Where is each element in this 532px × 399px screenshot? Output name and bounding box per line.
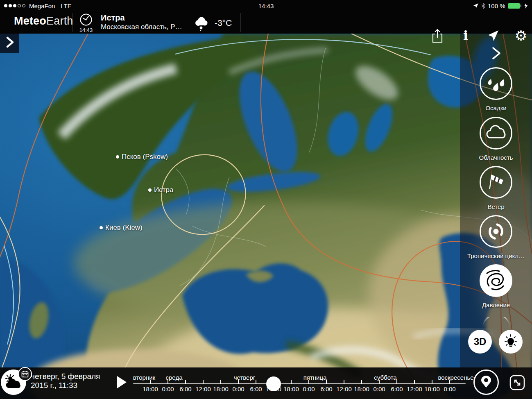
timeline-tick [414,380,415,384]
info-icon: i [463,29,468,42]
timeline-tick [344,380,344,384]
timeline-day-label: вторник [133,374,155,381]
current-temperature: -3°C [215,18,232,28]
play-button[interactable] [116,375,127,389]
isobars-icon [485,270,507,291]
cyclone-icon [485,221,507,242]
timeline-time-label: 0:00 [373,385,385,392]
timeline-tick [220,380,221,384]
location-services-icon [473,3,479,9]
layer-pressure-active[interactable]: Давление [460,264,532,308]
city-dot [116,155,119,159]
left-panel-toggle[interactable] [0,31,19,53]
city-name: Истра [154,186,173,194]
city-dot [148,188,152,192]
calendar-badge [18,367,32,381]
calendar-icon [21,371,29,378]
timeline-time-label: 6:00 [179,385,191,392]
date-line2: 2015 г., 11:33 [31,381,100,390]
timeline-tick [256,380,256,384]
locate-me-button[interactable] [485,27,501,44]
timeline-tick [203,380,204,384]
timeline-time-label: 18:00 [213,385,229,392]
timeline-tick [291,380,292,384]
layer-label: Ветер [460,203,532,210]
bluetooth-icon [481,3,485,9]
timeline-tick [361,380,362,384]
timeline-day-label: четверг [234,374,256,381]
timeline-time-label: 0:00 [303,385,315,392]
daynight-light-button[interactable] [499,330,523,354]
timeline-bar: четверг, 5 февраля 2015 г., 11:33 18:000… [0,367,532,399]
clock-icon [79,13,93,27]
chevron-right-icon [5,36,15,49]
city-dot [100,226,103,229]
layers-sidebar: Осадки Облачность Ветер [460,34,532,368]
view-3d-label: 3D [474,336,487,347]
city-marker: Киев (Kiew) [100,224,143,232]
layer-label: Давление [460,302,532,308]
header-divider [240,13,241,32]
timeline-handle[interactable] [266,376,281,391]
timeline-tick [185,380,186,384]
forecast-calendar-button[interactable] [1,370,26,395]
timeline-track[interactable] [133,383,466,384]
share-icon [430,27,444,44]
location-name: Истра [101,13,182,23]
layer-wind[interactable]: Ветер [460,166,532,210]
city-marker: Псков (Pskow) [116,153,168,161]
fullscreen-button[interactable] [509,374,526,391]
cloud-icon [485,122,507,144]
view-3d-button[interactable]: 3D [468,330,492,354]
timeline-time-label: 18:00 [283,385,299,392]
map-pin-icon [473,369,500,396]
navigation-arrow-icon [487,29,500,42]
satellite-map [0,34,532,399]
charging-bolt-icon [524,2,528,9]
snow-cloud-icon [192,14,211,32]
layer-label: Осадки [460,104,532,111]
timeline-time-label: 18:00 [143,385,158,392]
battery-percent: 100 % [488,2,505,9]
play-icon [116,375,127,389]
timeline-time-label: 0:00 [444,385,455,392]
layer-cloudiness[interactable]: Облачность [460,117,532,161]
timeline-time-label: 12:00 [407,385,422,392]
timeline-day-label: суббота [374,374,396,381]
current-datetime: четверг, 5 февраля 2015 г., 11:33 [31,372,100,390]
timeline-time-label: 0:00 [162,385,174,392]
raindrops-icon [485,73,507,94]
clock-time-label: 14:43 [77,27,95,33]
header-divider [72,13,73,32]
location-selector[interactable]: Истра Московская область, Р… [101,13,182,32]
app-logo: MeteoEarth [14,15,73,27]
forecast-clock: 14:43 [77,13,95,33]
status-time: 14:43 [0,2,532,9]
chevron-right-icon [490,46,502,61]
app-logo-bold: Meteo [14,15,46,27]
timeline-time-label: 6:00 [320,385,332,392]
settings-button[interactable]: ⚙ [513,27,529,44]
timeline-time-label: 0:00 [232,385,244,392]
date-line1: четверг, 5 февраля [31,372,100,381]
share-button[interactable] [429,27,446,44]
current-conditions: -3°C [192,14,232,32]
layer-label: Тропический цикл… [460,252,532,259]
layer-tropical-cyclone[interactable]: Тропический цикл… [460,215,532,259]
location-region: Московская область, Р… [101,23,182,32]
city-name: Киев (Kiew) [105,224,143,232]
city-name: Псков (Pskow) [122,153,168,161]
status-bar: MegaFon LTE 14:43 100 % [0,0,532,11]
poi-pin-button[interactable] [473,369,500,396]
timeline-day-label: среда [166,374,183,381]
sidebar-collapse-button[interactable] [490,46,502,61]
timeline-day-label: пятница [303,374,327,381]
info-button[interactable]: i [457,27,474,44]
gear-icon: ⚙ [515,29,527,43]
layer-precipitation[interactable]: Осадки [460,67,532,111]
map-canvas[interactable]: Псков (Pskow)ИстраКиев (Kiew) [0,34,532,399]
timeline-time-label: 18:00 [424,385,440,392]
app-logo-light: Earth [46,15,73,27]
next-layer-icon-partial [480,317,513,329]
windsock-icon [485,172,507,193]
